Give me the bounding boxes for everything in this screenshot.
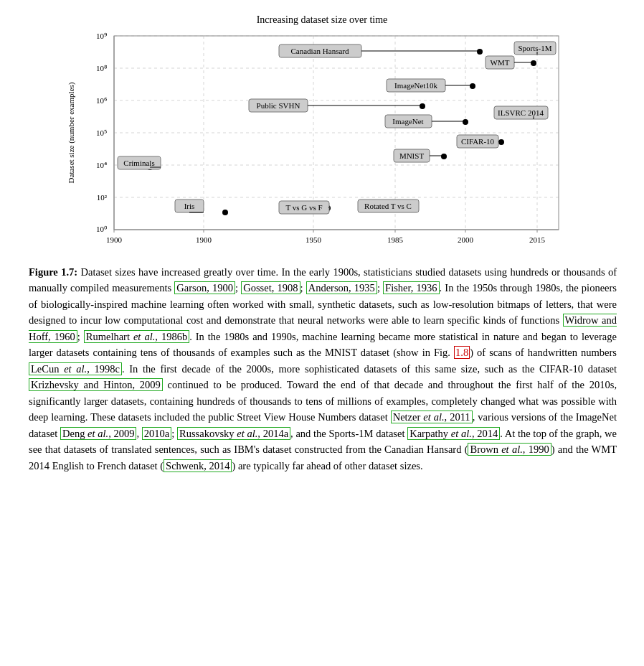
ref-lecun[interactable]: LeCun et al., 1998c xyxy=(29,362,122,375)
ref-schwenk[interactable]: Schwenk, 2014 xyxy=(164,459,232,472)
ref-fisher[interactable]: Fisher, 1936 xyxy=(383,281,439,294)
ref-garson[interactable]: Garson, 1900 xyxy=(174,281,235,294)
svg-text:Canadian Hansard: Canadian Hansard xyxy=(291,47,349,55)
svg-text:10⁰: 10⁰ xyxy=(96,225,108,233)
chart-title: Increasing dataset size over time xyxy=(257,14,388,26)
figure-caption: Figure 1.7: Dataset sizes have increased… xyxy=(29,264,617,474)
svg-text:Dataset size (number examples): Dataset size (number examples) xyxy=(67,82,76,183)
ref-gosset[interactable]: Gosset, 1908 xyxy=(241,281,300,294)
svg-text:2000: 2000 xyxy=(458,235,474,244)
svg-text:Public SVHN: Public SVHN xyxy=(257,101,300,110)
ref-deng[interactable]: Deng et al., 2009 xyxy=(60,427,137,440)
svg-text:CIFAR-10: CIFAR-10 xyxy=(461,137,495,146)
svg-text:Criminals: Criminals xyxy=(123,159,154,167)
svg-text:10⁵: 10⁵ xyxy=(96,128,107,137)
ref-russakovsky[interactable]: Russakovsky et al., 2014a xyxy=(177,427,290,440)
caption-text-11: ) are typically far ahead of other datas… xyxy=(232,460,422,472)
ref-krizhevsky[interactable]: Krizhevsky and Hinton, 2009 xyxy=(29,378,163,391)
caption-sep-4: ; xyxy=(77,331,84,342)
ref-brown[interactable]: Brown et al., 1990 xyxy=(468,443,551,456)
caption-sep-6: ; xyxy=(171,428,177,439)
svg-point-28 xyxy=(222,210,228,215)
caption-text-4: ) of scans of handwritten numbers xyxy=(470,347,617,358)
svg-text:10²: 10² xyxy=(97,193,108,202)
svg-text:1950: 1950 xyxy=(306,235,322,244)
svg-text:1900: 1900 xyxy=(106,235,123,244)
svg-text:T vs G vs F: T vs G vs F xyxy=(285,203,322,212)
chart-svg: 10⁹ 10⁸ 10⁶ 10⁵ 10⁴ 10² 10⁰ 1900 1900 19… xyxy=(64,29,580,251)
ref-karpathy[interactable]: Karpathy et al., 2014 xyxy=(407,427,500,440)
svg-text:10⁴: 10⁴ xyxy=(96,161,108,169)
ref-deng2010[interactable]: 2010a xyxy=(142,427,171,440)
caption-text-8: , and the Sports-1M dataset xyxy=(290,428,407,439)
svg-text:1900: 1900 xyxy=(196,235,212,244)
svg-text:ImageNet: ImageNet xyxy=(392,117,423,126)
figure-container: Increasing dataset size over time 10⁹ xyxy=(29,14,615,251)
caption-sep-1: ; xyxy=(235,282,241,294)
caption-sep-5: , xyxy=(136,428,141,439)
svg-text:1985: 1985 xyxy=(387,235,404,244)
svg-text:ILSVRC 2014: ILSVRC 2014 xyxy=(498,108,544,117)
svg-text:ImageNet10k: ImageNet10k xyxy=(394,81,437,90)
svg-text:MNIST: MNIST xyxy=(399,151,425,160)
svg-text:Rotated T vs C: Rotated T vs C xyxy=(364,202,412,210)
caption-text-5: . In the first decade of the 2000s, more… xyxy=(122,363,617,375)
ref-rumelhart[interactable]: Rumelhart et al., 1986b xyxy=(84,330,189,343)
chart-area: 10⁹ 10⁸ 10⁶ 10⁵ 10⁴ 10² 10⁰ 1900 1900 19… xyxy=(64,29,580,251)
svg-text:WMT: WMT xyxy=(491,58,510,67)
svg-text:10⁹: 10⁹ xyxy=(96,32,107,40)
svg-text:Sports-1M: Sports-1M xyxy=(518,44,551,52)
caption-sep-2: ; xyxy=(300,282,306,294)
ref-anderson[interactable]: Anderson, 1935 xyxy=(306,281,377,294)
caption-sep-3: ; xyxy=(377,282,383,294)
svg-text:10⁸: 10⁸ xyxy=(96,64,108,72)
ref-fig18[interactable]: 1.8 xyxy=(454,346,470,359)
figure-number: Figure 1.7: xyxy=(29,266,77,278)
ref-netzer[interactable]: Netzer et al., 2011 xyxy=(391,411,473,423)
svg-text:10⁶: 10⁶ xyxy=(96,96,108,105)
svg-text:Iris: Iris xyxy=(184,202,195,210)
svg-text:2015: 2015 xyxy=(529,235,546,244)
